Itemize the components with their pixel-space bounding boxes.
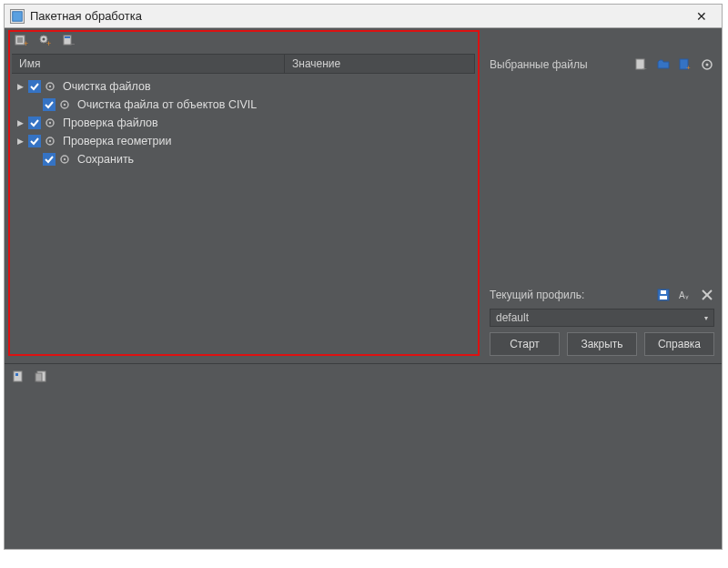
svg-point-21 [64, 158, 66, 160]
svg-rect-37 [35, 373, 42, 381]
tree-row[interactable]: ▶ Очистка файла от объектов CIVIL [12, 96, 475, 114]
expand-arrow-icon[interactable]: ▶ [15, 82, 25, 91]
start-button[interactable]: Старт [490, 332, 560, 356]
profile-value: default [496, 311, 529, 324]
svg-rect-35 [15, 373, 18, 376]
tree-label: Проверка файлов [59, 117, 158, 129]
profile-label: Текущий профиль: [490, 289, 656, 301]
svg-text:+: + [24, 39, 28, 48]
app-icon [10, 9, 25, 24]
tree-row[interactable]: ▶ Очистка файлов [12, 77, 475, 96]
svg-point-13 [49, 86, 51, 87]
settings-gear-icon[interactable] [700, 57, 714, 72]
svg-point-19 [49, 140, 51, 142]
gear-icon [59, 154, 70, 165]
gear-icon [45, 81, 56, 92]
upper-area: + + – Имя Значение [5, 28, 722, 363]
batch-window: Пакетная обработка ✕ + + – [4, 4, 723, 550]
svg-text:–: – [642, 64, 647, 71]
right-pane: Выбранные файлы – + Текущий профиль: [482, 28, 722, 363]
window-title: Пакетная обработка [30, 9, 687, 23]
files-header: Выбранные файлы – + [482, 54, 722, 77]
paste-log-icon[interactable] [34, 370, 48, 384]
add-file-icon[interactable]: + [678, 57, 693, 72]
gear-icon [45, 117, 56, 128]
svg-rect-29 [660, 296, 667, 299]
copy-log-icon[interactable] [12, 370, 26, 384]
svg-text:–: – [70, 39, 75, 48]
tree-label: Проверка геометрии [59, 135, 171, 147]
left-pane: + + – Имя Значение [5, 28, 482, 363]
help-button[interactable]: Справка [644, 332, 714, 356]
log-toolbar [12, 370, 714, 384]
tree: ▶ Очистка файлов ▶ Очистка файла от об [12, 74, 475, 172]
close-button[interactable]: Закрыть [567, 332, 637, 356]
svg-rect-10 [65, 36, 70, 38]
profile-combo[interactable]: default ▾ [490, 309, 714, 327]
svg-text:+: + [46, 39, 51, 48]
svg-rect-34 [14, 371, 22, 381]
checkbox[interactable] [43, 153, 56, 166]
gear-icon [59, 99, 70, 110]
checkbox[interactable] [28, 135, 41, 147]
grid-header: Имя Значение [12, 54, 475, 74]
expand-arrow-icon[interactable]: ▶ [15, 137, 25, 146]
svg-text:+: + [686, 64, 691, 71]
add-card-icon[interactable]: – [61, 33, 77, 49]
open-folder-icon[interactable] [656, 57, 671, 72]
svg-text:Aᵧ: Aᵧ [679, 290, 689, 300]
svg-rect-0 [13, 11, 23, 21]
svg-point-7 [43, 38, 46, 41]
gear-icon [45, 136, 56, 147]
checkbox[interactable] [28, 80, 41, 93]
svg-point-27 [706, 64, 709, 66]
tree-label: Очистка файла от объектов CIVIL [74, 98, 257, 111]
expand-arrow-icon[interactable]: ▶ [15, 118, 25, 127]
svg-point-17 [49, 122, 51, 124]
files-title: Выбранные файлы [490, 58, 634, 71]
log-pane [5, 363, 722, 549]
titlebar: Пакетная обработка ✕ [5, 5, 722, 28]
tree-label: Очистка файлов [59, 80, 151, 93]
tree-row[interactable]: ▶ Сохранить [12, 150, 475, 168]
rename-profile-icon[interactable]: Aᵧ [678, 288, 693, 302]
tree-row[interactable]: ▶ Проверка геометрии [12, 132, 475, 150]
profile-section: Текущий профиль: Aᵧ default ▾ [482, 285, 722, 332]
checkbox[interactable] [28, 117, 41, 129]
close-window-button[interactable]: ✕ [687, 5, 716, 27]
tree-label: Сохранить [74, 153, 134, 166]
svg-rect-30 [661, 290, 666, 294]
button-row: Старт Закрыть Справка [482, 332, 722, 363]
chevron-down-icon: ▾ [704, 314, 708, 322]
left-toolbar: + + – [5, 28, 482, 54]
grid: Имя Значение ▶ Очистка файлов [12, 54, 475, 172]
delete-profile-icon[interactable] [700, 288, 714, 302]
tree-row[interactable]: ▶ Проверка файлов [12, 114, 475, 132]
profile-header: Текущий профиль: Aᵧ [490, 285, 714, 305]
col-name[interactable]: Имя [12, 55, 285, 73]
add-gear-icon[interactable]: + [37, 33, 54, 49]
col-value[interactable]: Значение [285, 55, 475, 73]
remove-file-icon[interactable]: – [634, 57, 649, 72]
add-list-icon[interactable]: + [14, 33, 30, 49]
checkbox[interactable] [43, 98, 56, 111]
save-profile-icon[interactable] [656, 288, 671, 302]
files-list[interactable] [490, 77, 714, 279]
svg-point-15 [64, 104, 66, 106]
content: + + – Имя Значение [5, 28, 722, 549]
